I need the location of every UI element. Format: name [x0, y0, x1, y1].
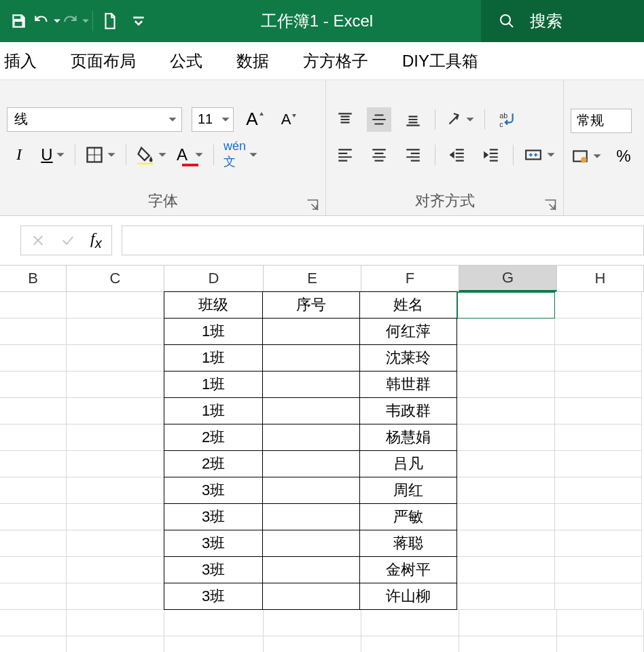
column-header-F[interactable]: F [361, 266, 459, 291]
cell[interactable]: 3班 [164, 503, 263, 530]
cell[interactable] [67, 345, 164, 372]
cell[interactable]: 2班 [164, 450, 263, 477]
cell[interactable] [262, 371, 360, 398]
qat-customize-button[interactable] [124, 7, 153, 35]
cell[interactable] [555, 583, 642, 610]
cell[interactable] [0, 319, 67, 345]
column-header-D[interactable]: D [164, 266, 264, 291]
cell[interactable] [457, 557, 555, 583]
cell[interactable] [457, 372, 555, 398]
cell[interactable] [555, 372, 642, 398]
cell[interactable] [67, 504, 164, 530]
cancel-icon[interactable] [31, 233, 46, 248]
cell[interactable]: 杨慧娟 [359, 424, 457, 451]
dialog-launcher-icon[interactable] [544, 199, 556, 211]
cell[interactable]: 1班 [164, 344, 263, 372]
align-bottom-button[interactable] [401, 107, 425, 132]
cell[interactable] [67, 319, 164, 345]
cell[interactable] [67, 557, 164, 583]
cell[interactable] [0, 345, 67, 372]
cell[interactable]: 2班 [164, 424, 263, 451]
cell[interactable]: 1班 [164, 318, 263, 345]
increase-font-button[interactable]: A [243, 107, 268, 132]
cell[interactable]: 3班 [164, 477, 263, 504]
column-header-E[interactable]: E [264, 266, 361, 291]
align-left-button[interactable] [333, 143, 357, 167]
cell[interactable] [555, 451, 642, 477]
number-format-select[interactable]: 常规 [571, 109, 632, 133]
cell[interactable] [457, 292, 555, 319]
cell[interactable] [457, 345, 555, 372]
cell[interactable] [457, 530, 555, 557]
decrease-indent-button[interactable] [445, 143, 469, 167]
cell[interactable] [67, 451, 164, 477]
cell[interactable]: 班级 [164, 291, 263, 319]
cell[interactable] [555, 319, 642, 345]
formula-input[interactable] [122, 225, 644, 255]
cell[interactable] [457, 477, 555, 504]
align-middle-button[interactable] [367, 107, 391, 132]
cell[interactable]: 韩世群 [359, 371, 457, 398]
cell[interactable] [457, 583, 555, 610]
cell[interactable] [262, 477, 360, 504]
cell[interactable] [457, 451, 555, 477]
cell[interactable] [262, 424, 360, 451]
cell[interactable] [557, 636, 644, 652]
cell[interactable] [262, 344, 360, 372]
borders-button[interactable] [85, 143, 116, 167]
cell[interactable] [457, 424, 555, 451]
cell[interactable] [0, 424, 67, 451]
cell[interactable] [0, 477, 67, 504]
increase-indent-button[interactable] [479, 143, 503, 167]
cell[interactable] [555, 557, 642, 583]
cell[interactable] [457, 504, 555, 530]
cell[interactable] [262, 583, 360, 610]
tab-formulas[interactable]: 公式 [170, 43, 202, 79]
cell[interactable] [0, 504, 67, 530]
cell[interactable] [459, 636, 557, 652]
cell[interactable] [67, 398, 164, 424]
cell[interactable] [0, 398, 67, 424]
cell[interactable] [0, 372, 67, 398]
enter-icon[interactable] [59, 233, 77, 248]
decrease-font-button[interactable]: A [277, 107, 302, 132]
cell[interactable] [264, 610, 361, 636]
cell[interactable]: 金树平 [359, 556, 457, 583]
cell[interactable]: 韦政群 [359, 397, 457, 424]
cell[interactable] [67, 372, 164, 398]
column-header-G[interactable]: G [459, 266, 557, 291]
tab-data[interactable]: 数据 [236, 43, 269, 79]
italic-button[interactable]: I [7, 143, 31, 167]
cell[interactable]: 姓名 [359, 291, 457, 319]
cell[interactable]: 蒋聪 [359, 530, 457, 557]
save-button[interactable] [4, 7, 33, 35]
percent-button[interactable]: % [611, 144, 636, 168]
cell[interactable]: 1班 [164, 371, 263, 398]
align-top-button[interactable] [333, 107, 357, 132]
cell[interactable] [555, 398, 642, 424]
redo-button[interactable] [61, 7, 90, 35]
phonetic-button[interactable]: wén文 [223, 143, 258, 167]
cell[interactable] [0, 636, 67, 652]
undo-button[interactable] [33, 7, 61, 35]
cell[interactable] [459, 610, 557, 636]
merge-center-button[interactable] [523, 143, 556, 167]
file-button[interactable] [96, 7, 124, 35]
align-center-button[interactable] [367, 143, 391, 167]
tab-diy-toolbox[interactable]: DIY工具箱 [402, 43, 478, 79]
orientation-button[interactable] [445, 107, 475, 132]
cell[interactable] [164, 610, 264, 636]
cell[interactable] [262, 530, 360, 557]
cell[interactable] [67, 530, 164, 557]
cell[interactable]: 序号 [262, 291, 360, 319]
cell[interactable] [262, 450, 360, 477]
cell[interactable] [0, 451, 67, 477]
cell[interactable]: 沈莱玲 [359, 344, 457, 372]
font-size-select[interactable]: 11 [192, 107, 234, 132]
cell[interactable] [262, 503, 360, 530]
font-name-select[interactable]: 线 [7, 107, 182, 132]
font-color-button[interactable]: A [177, 143, 204, 167]
cell[interactable] [555, 292, 642, 319]
cell[interactable] [555, 424, 642, 451]
cell[interactable] [557, 610, 644, 636]
